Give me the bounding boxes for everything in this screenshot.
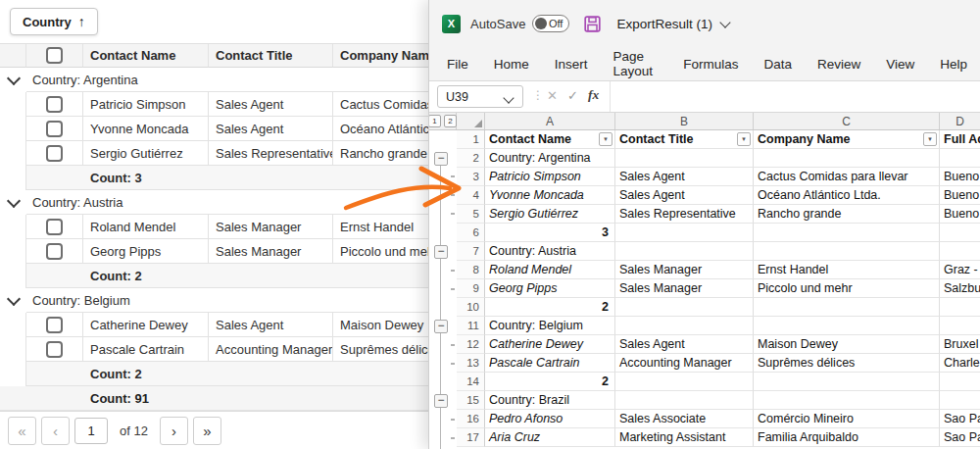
autosave-toggle[interactable]: Off bbox=[532, 15, 569, 32]
row-number[interactable]: 11 bbox=[457, 317, 485, 335]
column-header-contact-name[interactable]: Contact Name bbox=[83, 44, 209, 68]
cell-a7[interactable]: Country: Austria bbox=[485, 242, 615, 261]
cell-c13[interactable]: Suprêmes délices bbox=[754, 354, 940, 373]
cell-a17[interactable]: Aria Cruz bbox=[485, 428, 615, 447]
outline-collapse-button[interactable]: − bbox=[434, 320, 448, 333]
cell-b1[interactable]: Contact Title▼ bbox=[615, 130, 754, 149]
group-collapse-button[interactable] bbox=[0, 77, 26, 83]
column-letter-a[interactable]: A bbox=[485, 113, 615, 129]
cell-b13[interactable]: Accounting Manager bbox=[615, 354, 754, 373]
tab-page-layout[interactable]: Page Layout bbox=[601, 49, 671, 78]
cell-c4[interactable]: Océano Atlántico Ltda. bbox=[754, 186, 940, 205]
cell-b16[interactable]: Sales Associate bbox=[615, 410, 754, 428]
cell-a1[interactable]: Contact Name▼ bbox=[485, 130, 615, 149]
cell-d9[interactable]: Salzbu bbox=[940, 279, 980, 298]
cell-a10[interactable]: 2 bbox=[485, 298, 615, 317]
row-number[interactable]: 15 bbox=[457, 391, 485, 410]
cell-c3[interactable]: Cactus Comidas para llevar bbox=[754, 168, 940, 186]
cell-d5[interactable]: Bueno bbox=[940, 205, 980, 224]
row-number[interactable]: 3 bbox=[457, 168, 485, 186]
cell-d3[interactable]: Bueno bbox=[940, 168, 980, 186]
pager-next-button[interactable]: › bbox=[160, 417, 188, 445]
cell-a3[interactable]: Patricio Simpson bbox=[485, 168, 615, 186]
tab-review[interactable]: Review bbox=[805, 57, 873, 72]
row-number[interactable]: 17 bbox=[457, 428, 485, 447]
cell-c12[interactable]: Maison Dewey bbox=[754, 335, 940, 354]
cell-a5[interactable]: Sergio Gutiérrez bbox=[485, 205, 615, 224]
cell-a4[interactable]: Yvonne Moncada bbox=[485, 186, 615, 205]
outline-collapse-button[interactable]: − bbox=[434, 152, 448, 166]
cell-d8[interactable]: Graz - bbox=[940, 261, 980, 279]
cell-d17[interactable]: Sao Pa bbox=[940, 428, 980, 447]
cell-d1[interactable]: Full Ad bbox=[940, 130, 980, 149]
row-number[interactable]: 8 bbox=[457, 261, 485, 279]
tab-view[interactable]: View bbox=[873, 57, 927, 72]
row-checkbox[interactable] bbox=[46, 317, 63, 333]
row-number[interactable]: 10 bbox=[457, 298, 485, 317]
cell-b8[interactable]: Sales Manager bbox=[615, 261, 754, 279]
workbook-title[interactable]: ExportResult (1) bbox=[616, 17, 712, 31]
row-number[interactable]: 14 bbox=[457, 373, 485, 391]
row-checkbox[interactable] bbox=[46, 96, 63, 113]
cell-b4[interactable]: Sales Agent bbox=[615, 186, 754, 205]
outline-collapse-button[interactable]: − bbox=[434, 245, 448, 259]
tab-data[interactable]: Data bbox=[751, 57, 805, 72]
cell-b3[interactable]: Sales Agent bbox=[615, 168, 754, 186]
filter-dropdown-icon[interactable]: ▼ bbox=[923, 132, 937, 146]
save-icon[interactable] bbox=[584, 16, 601, 32]
row-checkbox[interactable] bbox=[46, 243, 63, 260]
column-letter-d[interactable]: D bbox=[940, 113, 980, 129]
tab-file[interactable]: File bbox=[434, 57, 481, 72]
chevron-down-icon[interactable] bbox=[719, 17, 730, 27]
cell-a13[interactable]: Pascale Cartrain bbox=[485, 354, 615, 373]
filter-dropdown-icon[interactable]: ▼ bbox=[737, 132, 751, 146]
cell-a14[interactable]: 2 bbox=[485, 373, 615, 391]
cell-c5[interactable]: Rancho grande bbox=[754, 205, 940, 224]
cell-d16[interactable]: Sao Pa bbox=[940, 410, 980, 428]
cell-a11[interactable]: Country: Belgium bbox=[485, 317, 615, 335]
tab-home[interactable]: Home bbox=[481, 57, 542, 72]
row-number[interactable]: 7 bbox=[457, 242, 485, 261]
cell-a8[interactable]: Roland Mendel bbox=[485, 261, 615, 279]
cell-c16[interactable]: Comércio Mineiro bbox=[754, 410, 940, 428]
cell-a15[interactable]: Country: Brazil bbox=[485, 391, 615, 410]
group-collapse-button[interactable] bbox=[0, 298, 26, 304]
row-number[interactable]: 1 bbox=[457, 130, 485, 149]
cell-b5[interactable]: Sales Representative bbox=[615, 205, 754, 224]
cell-a9[interactable]: Georg Pipps bbox=[485, 279, 615, 298]
name-box[interactable]: U39 bbox=[437, 85, 523, 108]
group-chip-country[interactable]: Country ↑ bbox=[10, 8, 98, 35]
tab-formulas[interactable]: Formulas bbox=[670, 57, 751, 72]
row-number[interactable]: 2 bbox=[457, 149, 485, 168]
enter-icon[interactable]: ✓ bbox=[567, 88, 578, 103]
pager-first-button[interactable]: « bbox=[8, 417, 36, 445]
row-number[interactable]: 12 bbox=[457, 335, 485, 354]
cell-c17[interactable]: Familia Arquibaldo bbox=[754, 428, 940, 447]
cell-b12[interactable]: Sales Agent bbox=[615, 335, 754, 354]
column-letter-c[interactable]: C bbox=[754, 113, 940, 129]
cell-a16[interactable]: Pedro Afonso bbox=[485, 410, 615, 428]
pager-prev-button[interactable]: ‹ bbox=[41, 417, 70, 445]
tab-help[interactable]: Help bbox=[927, 57, 980, 72]
formula-input[interactable] bbox=[610, 81, 980, 112]
row-checkbox[interactable] bbox=[46, 341, 63, 358]
cell-c9[interactable]: Piccolo und mehr bbox=[754, 279, 940, 298]
row-number[interactable]: 16 bbox=[457, 410, 485, 428]
cell-a12[interactable]: Catherine Dewey bbox=[485, 335, 615, 354]
tab-insert[interactable]: Insert bbox=[542, 57, 601, 72]
cell-c1[interactable]: Company Name▼ bbox=[754, 130, 940, 149]
outline-collapse-button[interactable]: − bbox=[434, 394, 448, 408]
row-number[interactable]: 5 bbox=[457, 205, 485, 224]
insert-function-icon[interactable]: fx bbox=[588, 87, 599, 103]
pager-page-input[interactable] bbox=[74, 418, 108, 444]
row-checkbox[interactable] bbox=[46, 219, 63, 235]
row-number[interactable]: 4 bbox=[457, 186, 485, 205]
row-checkbox[interactable] bbox=[46, 121, 63, 137]
cell-b17[interactable]: Marketing Assistant bbox=[615, 428, 754, 447]
select-all-corner[interactable] bbox=[457, 113, 485, 129]
outline-level-2-button[interactable]: 2 bbox=[444, 115, 457, 127]
pager-last-button[interactable]: » bbox=[193, 417, 221, 445]
column-letter-b[interactable]: B bbox=[615, 113, 754, 129]
cell-c8[interactable]: Ernst Handel bbox=[754, 261, 940, 279]
cell-a2[interactable]: Country: Argentina bbox=[485, 149, 615, 168]
